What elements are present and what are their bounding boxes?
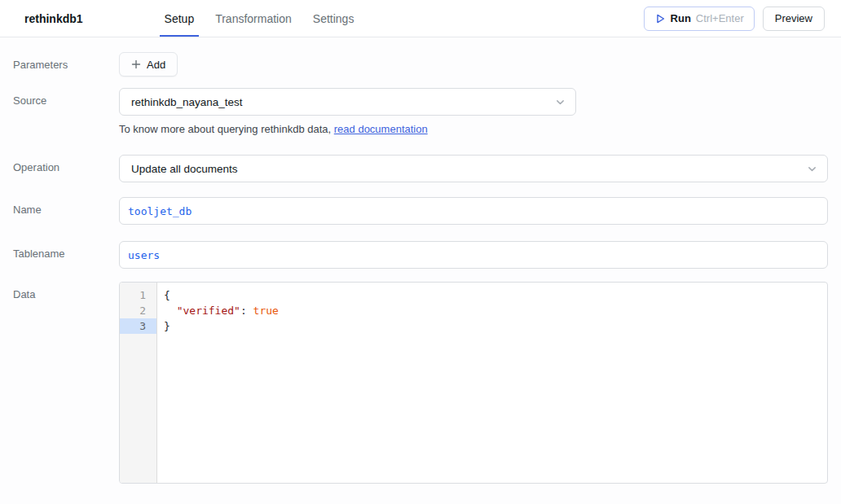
name-input[interactable]: tooljet_db	[119, 197, 828, 225]
read-documentation-link[interactable]: read documentation	[334, 123, 428, 135]
play-icon	[654, 13, 666, 24]
code-area[interactable]: { "verified": true }	[157, 283, 827, 483]
header-actions: Run Ctrl+Enter Preview	[644, 7, 825, 31]
line-number-active: 3	[120, 318, 156, 334]
data-row: Data 1 2 3 { "verified": true }	[13, 282, 828, 484]
run-button[interactable]: Run Ctrl+Enter	[644, 7, 755, 31]
operation-row: Operation Update all documents	[13, 155, 828, 182]
query-name[interactable]: rethinkdb1	[24, 12, 83, 25]
add-parameter-label: Add	[147, 59, 165, 71]
data-label: Data	[13, 282, 119, 300]
tablename-label: Tablename	[13, 241, 119, 260]
code-token-property: "verified"	[177, 305, 240, 317]
code-line: "verified": true	[157, 303, 827, 318]
operation-select-value: Update all documents	[131, 163, 238, 175]
plus-icon	[131, 59, 141, 69]
parameters-row: Parameters Add	[13, 52, 828, 77]
chevron-down-icon	[555, 97, 566, 107]
name-label: Name	[13, 197, 119, 216]
code-token-atom: true	[253, 305, 279, 317]
run-button-shortcut: Ctrl+Enter	[696, 12, 744, 24]
tablename-row: Tablename users	[13, 241, 828, 269]
query-setup-form: Parameters Add Source rethinkdb_nayana_t…	[0, 37, 841, 484]
source-select-value: rethinkdb_nayana_test	[131, 96, 243, 108]
tab-transformation[interactable]: Transformation	[215, 0, 292, 37]
code-token	[164, 305, 177, 317]
name-row: Name tooljet_db	[13, 197, 828, 225]
tab-bar: Setup Transformation Settings	[165, 0, 354, 37]
line-number: 2	[120, 303, 156, 318]
data-code-editor[interactable]: 1 2 3 { "verified": true }	[119, 282, 828, 484]
code-token: {	[164, 289, 170, 301]
preview-button[interactable]: Preview	[763, 7, 825, 31]
query-header: rethinkdb1 Setup Transformation Settings…	[0, 0, 841, 37]
source-select[interactable]: rethinkdb_nayana_test	[119, 88, 576, 116]
run-button-label: Run	[671, 12, 691, 24]
tab-setup[interactable]: Setup	[165, 0, 195, 37]
source-helper-text: To know more about querying rethinkdb da…	[119, 123, 828, 135]
source-helper-prefix: To know more about querying rethinkdb da…	[119, 123, 334, 135]
tab-settings[interactable]: Settings	[313, 0, 354, 37]
parameters-label: Parameters	[13, 52, 119, 71]
source-label: Source	[13, 88, 119, 107]
code-line: {	[157, 287, 827, 303]
add-parameter-button[interactable]: Add	[119, 52, 178, 77]
operation-select[interactable]: Update all documents	[119, 155, 828, 182]
code-token: }	[164, 320, 170, 332]
chevron-down-icon	[807, 164, 817, 174]
operation-label: Operation	[13, 155, 119, 173]
code-token: :	[240, 305, 253, 317]
line-number-gutter: 1 2 3	[120, 283, 157, 483]
source-row: Source rethinkdb_nayana_test To know mor…	[13, 88, 828, 155]
query-editor: rethinkdb1 Setup Transformation Settings…	[0, 0, 841, 504]
code-line: }	[157, 318, 827, 334]
line-number: 1	[120, 287, 156, 303]
tablename-input[interactable]: users	[119, 241, 828, 269]
